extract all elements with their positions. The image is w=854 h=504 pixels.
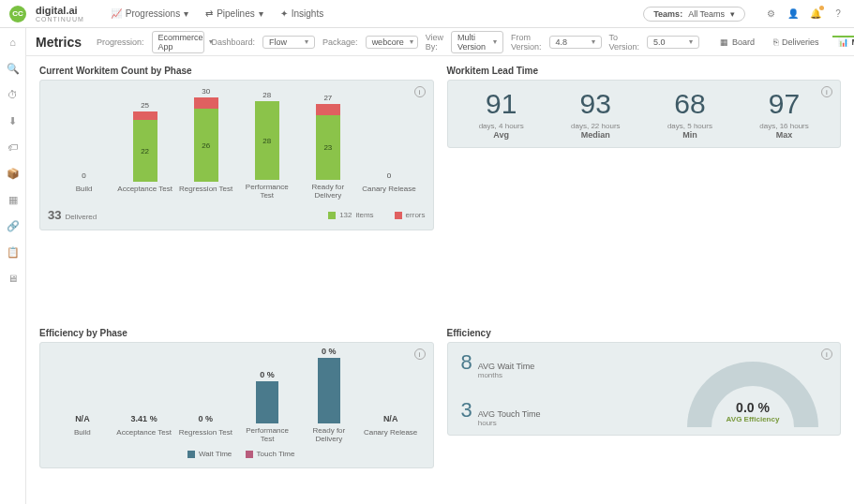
- left-rail: ⌂ 🔍 ⏱ ⬇ 🏷 📦 ▦ 🔗 📋 🖥: [0, 28, 26, 504]
- info-icon[interactable]: i: [414, 348, 426, 360]
- metric-unit: hours: [478, 419, 541, 427]
- bar-value: 25: [141, 101, 149, 110]
- page-title: Metrics: [36, 35, 82, 50]
- filter-bar: Metrics Progression: Ecommerce App▾ Dash…: [26, 28, 854, 56]
- chart-column: 2522Acceptance Test: [116, 101, 174, 200]
- chevron-down-icon: ▾: [305, 37, 308, 46]
- filter-value: 4.8: [556, 37, 568, 47]
- brand-name: digital.ai: [36, 6, 84, 16]
- gear-icon[interactable]: ⚙: [764, 7, 777, 21]
- bar-label: Ready for Delivery: [300, 427, 358, 444]
- filter-value: Flow: [269, 37, 287, 47]
- rail-link-icon[interactable]: 🔗: [7, 219, 20, 232]
- filter-value: Multi Version: [457, 33, 487, 52]
- bar-label: Regression Test: [179, 429, 232, 444]
- filter-label-fromversion: From Version:: [511, 33, 542, 52]
- rail-search-icon[interactable]: 🔍: [7, 62, 20, 75]
- chevron-down-icon: ▾: [689, 37, 693, 46]
- user-icon[interactable]: 👤: [787, 7, 800, 21]
- insight-icon: ✦: [280, 8, 288, 19]
- lead-time-stat: 97days, 16 hoursMax: [759, 88, 808, 140]
- tab-board[interactable]: ▦ Board: [714, 36, 760, 49]
- chart-column: N/ABuild: [53, 414, 112, 444]
- chart-column: 3026Regression Test: [177, 87, 235, 200]
- chart-column: 2723Ready for Delivery: [299, 94, 357, 200]
- metric-label: AVG Touch Time: [478, 409, 541, 419]
- legend-wait: Wait Time: [187, 450, 232, 458]
- bar-label: Acceptance Test: [116, 429, 172, 444]
- teams-label: Teams:: [653, 9, 682, 19]
- legend-items: 132 items: [328, 211, 373, 219]
- chart-column: 0 %Performance Test: [238, 370, 296, 444]
- gauge-value: 0.0 %: [673, 400, 832, 415]
- chevron-down-icon: ▾: [184, 8, 188, 19]
- filter-dashboard[interactable]: Flow▾: [262, 36, 315, 49]
- chart-column: 0 %Ready for Delivery: [300, 347, 358, 444]
- filter-label-dashboard: Dashboard:: [212, 37, 256, 47]
- filter-label-package: Package:: [322, 37, 358, 47]
- card-efficiency-summary: Efficiency i 8 AVG Wait Time months: [447, 328, 842, 478]
- avg-wait-time: 8 AVG Wait Time months: [461, 350, 667, 379]
- tab-metrics[interactable]: 📊 Metrics: [832, 36, 854, 49]
- bar-value: 0: [82, 171, 85, 180]
- bar-value: 0 %: [199, 414, 214, 423]
- tab-deliveries[interactable]: ⎘ Deliveries: [768, 36, 825, 49]
- filter-value: Ecommerce App: [158, 33, 203, 52]
- nav-pipelines[interactable]: ⇄ Pipelines ▾: [205, 8, 263, 19]
- nav-label: Insights: [292, 8, 323, 19]
- metrics-icon: 📊: [838, 37, 848, 47]
- brand: digital.ai CONTINUUM: [36, 6, 84, 22]
- bell-icon[interactable]: 🔔: [809, 7, 822, 21]
- filter-package[interactable]: webcore▾: [366, 36, 418, 49]
- card-workitem-count: Current Workitem Count by Phase i 0Build…: [39, 66, 434, 253]
- chart-column: 2828Performance Test: [238, 91, 296, 200]
- chart-column: 0Canary Release: [360, 171, 418, 200]
- chevron-down-icon: ▾: [259, 8, 263, 19]
- bar-label: Build: [74, 429, 91, 444]
- rail-clock-icon[interactable]: ⏱: [7, 88, 20, 101]
- chevron-down-icon: ▾: [730, 9, 735, 19]
- bar-label: Performance Test: [238, 427, 296, 444]
- chart-column: N/ACanary Release: [362, 414, 420, 444]
- brand-badge: CC: [9, 6, 26, 22]
- bar-label: Regression Test: [179, 185, 232, 200]
- rail-home-icon[interactable]: ⌂: [7, 36, 20, 49]
- teams-value: All Teams: [688, 9, 725, 19]
- lead-time-stat: 91days, 4 hoursAvg: [479, 88, 524, 140]
- filter-toversion[interactable]: 5.0▾: [647, 36, 699, 49]
- tab-label: Deliveries: [782, 37, 819, 47]
- nav-progressions[interactable]: 📈 Progressions ▾: [111, 8, 188, 19]
- nav-insights[interactable]: ✦ Insights: [280, 8, 323, 19]
- chart-icon: 📈: [111, 8, 122, 19]
- rail-monitor-icon[interactable]: 🖥: [7, 272, 20, 285]
- help-icon[interactable]: ?: [832, 7, 845, 21]
- filter-viewby[interactable]: Multi Version▾: [451, 31, 503, 53]
- avg-touch-time: 3 AVG Touch Time hours: [461, 398, 667, 427]
- rail-download-icon[interactable]: ⬇: [7, 114, 20, 127]
- bar-value: 27: [323, 94, 332, 102]
- rail-package-icon[interactable]: 📦: [7, 167, 20, 180]
- filter-label-viewby: View By:: [426, 33, 443, 52]
- card-title: Current Workitem Count by Phase: [39, 66, 434, 76]
- filter-label-toversion: To Version:: [609, 33, 640, 52]
- bar-label: Build: [76, 185, 93, 200]
- brand-sub: CONTINUUM: [36, 16, 84, 22]
- info-icon[interactable]: i: [414, 86, 426, 97]
- filter-progression[interactable]: Ecommerce App▾: [152, 31, 204, 53]
- metric-unit: months: [478, 371, 535, 379]
- tab-label: Board: [732, 37, 755, 47]
- bar-value: N/A: [75, 414, 90, 423]
- rail-grid-icon[interactable]: ▦: [7, 193, 20, 206]
- filter-fromversion[interactable]: 4.8▾: [549, 36, 602, 49]
- filter-value: 5.0: [653, 37, 666, 47]
- teams-selector[interactable]: Teams: All Teams ▾: [643, 7, 745, 22]
- info-icon[interactable]: i: [821, 86, 832, 97]
- top-nav: 📈 Progressions ▾ ⇄ Pipelines ▾ ✦ Insight…: [111, 8, 323, 19]
- rail-tag-icon[interactable]: 🏷: [7, 141, 20, 154]
- card-title: Efficiency by Phase: [39, 328, 434, 338]
- chart-column: 0 %Regression Test: [176, 414, 234, 444]
- delivered-count: 33Delivered: [48, 208, 97, 222]
- bar-label: Ready for Delivery: [299, 184, 357, 200]
- rail-clipboard-icon[interactable]: 📋: [7, 245, 20, 259]
- workitem-count-chart: 0Build2522Acceptance Test3026Regression …: [48, 88, 426, 200]
